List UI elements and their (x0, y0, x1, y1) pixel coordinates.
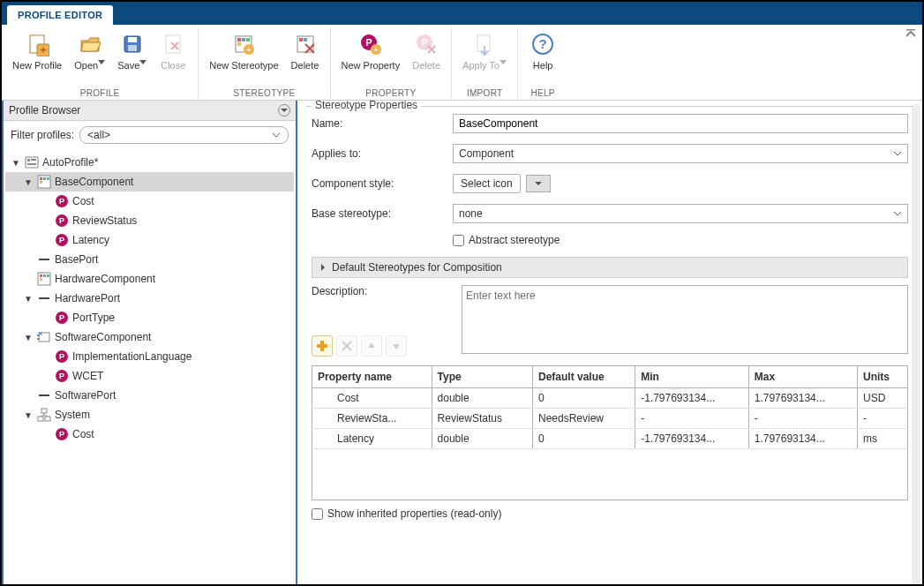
tree-toggle-icon[interactable] (41, 313, 51, 323)
tree-item-wcet[interactable]: PWCET (5, 366, 294, 386)
description-label: Description: (312, 285, 453, 297)
tree-item-swport[interactable]: SoftwarePort (5, 386, 294, 405)
move-down-button[interactable] (386, 335, 407, 357)
help-button[interactable]: ?Help (523, 28, 562, 86)
abstract-checkbox[interactable] (453, 235, 464, 246)
tree-item-basecomponent[interactable]: ▼BaseComponent (5, 172, 294, 192)
table-cell[interactable]: Cost (312, 388, 432, 409)
tree-toggle-icon[interactable] (41, 352, 51, 362)
tree-item-baseport[interactable]: BasePort (5, 250, 294, 269)
column-header[interactable]: Type (432, 366, 532, 388)
delete-property-button[interactable] (336, 335, 357, 357)
base-select[interactable]: none (453, 204, 908, 223)
defaults-expander[interactable]: Default Stereotypes for Composition (312, 257, 908, 278)
tree-item-hwcomp[interactable]: HardwareComponent (5, 269, 294, 289)
filter-select[interactable]: <all> (79, 126, 289, 144)
table-cell[interactable]: 1.797693134... (748, 429, 857, 449)
table-row[interactable]: Latencydouble0-1.797693134...1.797693134… (312, 429, 908, 449)
table-cell[interactable]: USD (858, 388, 908, 409)
tree-toggle-icon[interactable]: ▼ (23, 294, 34, 304)
tree-item-autoprofile[interactable]: ▼AutoProfile* (5, 153, 294, 172)
tree-item-cost1[interactable]: PCost (5, 192, 294, 211)
table-row[interactable]: ReviewSta...ReviewStatusNeedsReview--- (312, 409, 908, 429)
svg-text:+: + (246, 45, 252, 55)
tree-toggle-icon[interactable]: ▼ (23, 410, 34, 420)
tree-toggle-icon[interactable] (41, 236, 51, 245)
table-cell[interactable]: 0 (532, 388, 635, 409)
tree-item-reviewstatus[interactable]: PReviewStatus (5, 211, 294, 230)
table-cell[interactable]: - (748, 409, 857, 429)
new-profile-button[interactable]: ✦New Profile (7, 28, 67, 86)
tree-label: BaseComponent (55, 176, 133, 188)
close-button: Close (154, 28, 192, 86)
tree-toggle-icon[interactable] (23, 391, 34, 401)
move-up-button[interactable] (361, 335, 382, 357)
svg-rect-38 (43, 274, 46, 277)
svg-text:P: P (365, 37, 372, 48)
column-header[interactable]: Default value (532, 366, 635, 388)
tab-profile-editor[interactable]: PROFILE EDITOR (7, 5, 113, 25)
tree-item-porttype[interactable]: PPortType (5, 308, 294, 327)
table-cell[interactable]: 1.797693134... (748, 388, 857, 409)
new-property-button[interactable]: P+New Property (336, 28, 406, 86)
table-cell[interactable]: Latency (312, 429, 432, 449)
tree-toggle-icon[interactable]: ▼ (23, 177, 34, 187)
tree-item-system[interactable]: ▼System (5, 405, 294, 424)
delete-stereotype-button[interactable]: Delete (286, 28, 325, 86)
tree-toggle-icon[interactable] (23, 274, 34, 284)
svg-text:+: + (373, 45, 379, 55)
column-header[interactable]: Units (858, 366, 908, 388)
save-icon (118, 30, 146, 58)
applies-select[interactable]: Component (453, 144, 908, 163)
table-cell[interactable]: ReviewSta... (312, 409, 432, 429)
table-cell[interactable]: - (858, 409, 908, 429)
svg-rect-30 (27, 163, 36, 165)
tree-toggle-icon[interactable]: ▼ (11, 158, 21, 168)
tree-toggle-icon[interactable] (41, 197, 51, 207)
description-textarea[interactable] (462, 285, 908, 354)
column-header[interactable]: Max (748, 366, 857, 388)
abstract-checkbox-row[interactable]: Abstract stereotype (453, 234, 908, 246)
save-button[interactable]: Save (112, 28, 152, 86)
tree-label: HardwareComponent (55, 273, 155, 285)
table-cell[interactable]: 0 (532, 429, 635, 449)
profile-tree[interactable]: ▼AutoProfile*▼BaseComponent PCost PRevie… (4, 149, 296, 586)
table-cell[interactable]: - (635, 409, 749, 429)
table-row[interactable]: Costdouble0-1.797693134...1.797693134...… (312, 388, 908, 409)
tree-toggle-icon[interactable] (23, 255, 34, 265)
open-button[interactable]: Open (69, 28, 110, 86)
ribbon-group-label: STEREOTYPE (204, 88, 324, 98)
tree-item-swcomp[interactable]: ▼SoftwareComponent (5, 327, 294, 347)
ribbon-group-import: Apply ToIMPORT (452, 28, 518, 98)
ribbon-group-help: ?HelpHELP (518, 28, 567, 98)
name-input[interactable] (453, 114, 908, 133)
tree-toggle-icon[interactable] (41, 372, 51, 381)
show-inherited-row[interactable]: Show inherited properties (read-only) (312, 507, 908, 520)
tree-toggle-icon[interactable] (41, 430, 51, 440)
panel-menu-icon[interactable] (278, 104, 290, 116)
show-inherited-checkbox[interactable] (312, 508, 323, 520)
select-icon-button[interactable]: Select icon (453, 174, 521, 193)
table-cell[interactable]: -1.797693134... (635, 429, 749, 449)
tree-toggle-icon[interactable] (41, 216, 51, 226)
table-cell[interactable]: double (432, 429, 532, 449)
column-header[interactable]: Min (635, 366, 749, 388)
tree-item-cost2[interactable]: PCost (5, 424, 294, 444)
tree-toggle-icon[interactable]: ▼ (23, 333, 34, 342)
add-property-button[interactable] (312, 335, 333, 357)
table-cell[interactable]: -1.797693134... (635, 388, 749, 409)
tree-label: Cost (72, 195, 94, 207)
new-stereotype-button[interactable]: +New Stereotype (204, 28, 283, 86)
tree-item-hwport[interactable]: ▼HardwarePort (5, 289, 294, 308)
table-cell[interactable]: NeedsReview (532, 409, 635, 429)
ribbon-collapse-icon[interactable] (905, 28, 917, 41)
tree-item-latency[interactable]: PLatency (5, 230, 294, 250)
property-table[interactable]: Property nameTypeDefault valueMinMaxUnit… (312, 365, 908, 449)
table-cell[interactable]: ms (858, 429, 908, 449)
tree-item-impllang[interactable]: PImplementationLanguage (5, 347, 294, 366)
svg-rect-40 (40, 278, 42, 281)
table-cell[interactable]: double (432, 388, 532, 409)
table-cell[interactable]: ReviewStatus (432, 409, 532, 429)
column-header[interactable]: Property name (312, 366, 432, 388)
color-swatch[interactable] (526, 175, 551, 192)
